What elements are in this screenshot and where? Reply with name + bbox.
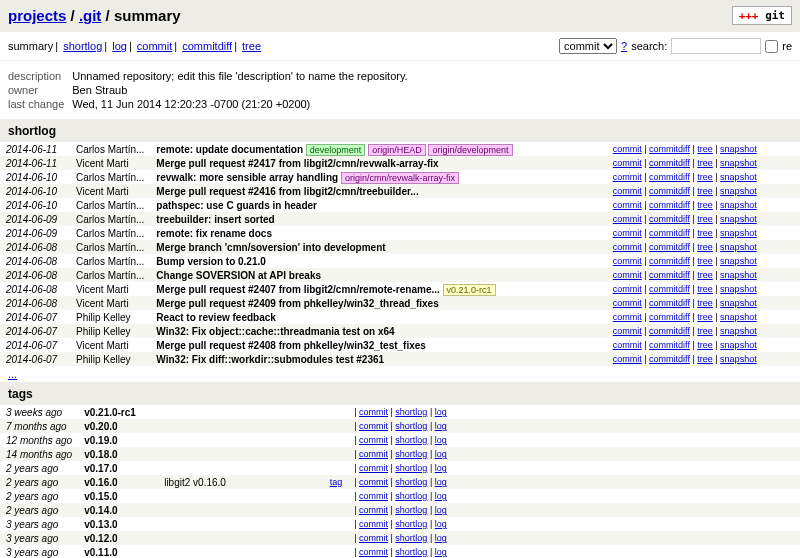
log-link[interactable]: log: [435, 547, 447, 557]
commit-subject[interactable]: Merge pull request #2409 from phkelley/w…: [150, 296, 606, 310]
commit-link[interactable]: commit: [613, 172, 642, 182]
snapshot-link[interactable]: snapshot: [720, 312, 757, 322]
commit-link[interactable]: commit: [613, 242, 642, 252]
snapshot-link[interactable]: snapshot: [720, 354, 757, 364]
nav-log[interactable]: log: [112, 40, 127, 52]
commit-subject[interactable]: Win32: Fix object::cache::threadmania te…: [150, 324, 606, 338]
commit-link[interactable]: commit: [613, 326, 642, 336]
tag-name[interactable]: v0.14.0: [78, 503, 158, 517]
tag-name[interactable]: v0.19.0: [78, 433, 158, 447]
snapshot-link[interactable]: snapshot: [720, 270, 757, 280]
tree-link[interactable]: tree: [697, 144, 713, 154]
ref-badge[interactable]: v0.21.0-rc1: [443, 284, 496, 296]
commitdiff-link[interactable]: commitdiff: [649, 200, 690, 210]
shortlog-link[interactable]: shortlog: [395, 519, 427, 529]
search-type-select[interactable]: commit: [559, 38, 617, 54]
ref-badge[interactable]: origin/development: [428, 144, 512, 156]
tree-link[interactable]: tree: [697, 186, 713, 196]
commit-subject[interactable]: pathspec: use C guards in header: [150, 198, 606, 212]
log-link[interactable]: log: [435, 407, 447, 417]
commit-subject[interactable]: Merge pull request #2417 from libgit2/cm…: [150, 156, 606, 170]
commit-link[interactable]: commit: [613, 312, 642, 322]
log-link[interactable]: log: [435, 421, 447, 431]
tree-link[interactable]: tree: [697, 256, 713, 266]
tag-name[interactable]: v0.21.0-rc1: [78, 405, 158, 419]
repo-link[interactable]: .git: [79, 7, 102, 24]
snapshot-link[interactable]: snapshot: [720, 242, 757, 252]
tree-link[interactable]: tree: [697, 312, 713, 322]
commit-link[interactable]: commit: [359, 519, 388, 529]
snapshot-link[interactable]: snapshot: [720, 326, 757, 336]
tree-link[interactable]: tree: [697, 214, 713, 224]
snapshot-link[interactable]: snapshot: [720, 256, 757, 266]
shortlog-link[interactable]: shortlog: [395, 491, 427, 501]
shortlog-more[interactable]: ...: [0, 366, 800, 382]
snapshot-link[interactable]: snapshot: [720, 284, 757, 294]
search-re-checkbox[interactable]: [765, 40, 778, 53]
commit-link[interactable]: commit: [613, 158, 642, 168]
commitdiff-link[interactable]: commitdiff: [649, 326, 690, 336]
tree-link[interactable]: tree: [697, 228, 713, 238]
log-link[interactable]: log: [435, 463, 447, 473]
commitdiff-link[interactable]: commitdiff: [649, 228, 690, 238]
tree-link[interactable]: tree: [697, 172, 713, 182]
commit-link[interactable]: commit: [359, 547, 388, 557]
shortlog-link[interactable]: shortlog: [395, 463, 427, 473]
log-link[interactable]: log: [435, 519, 447, 529]
commit-subject[interactable]: remote: fix rename docs: [150, 226, 606, 240]
tag-link[interactable]: tag: [330, 477, 343, 487]
commit-subject[interactable]: Merge branch 'cmn/soversion' into develo…: [150, 240, 606, 254]
commitdiff-link[interactable]: commitdiff: [649, 298, 690, 308]
shortlog-link[interactable]: shortlog: [395, 533, 427, 543]
commitdiff-link[interactable]: commitdiff: [649, 186, 690, 196]
commit-subject[interactable]: Merge pull request #2407 from libgit2/cm…: [150, 282, 606, 296]
commit-subject[interactable]: revwalk: more sensible array handling or…: [150, 170, 606, 184]
commit-link[interactable]: commit: [359, 477, 388, 487]
commit-link[interactable]: commit: [613, 228, 642, 238]
tag-name[interactable]: v0.20.0: [78, 419, 158, 433]
snapshot-link[interactable]: snapshot: [720, 340, 757, 350]
log-link[interactable]: log: [435, 477, 447, 487]
nav-commitdiff[interactable]: commitdiff: [182, 40, 232, 52]
commit-subject[interactable]: Win32: Fix diff::workdir::submodules tes…: [150, 352, 606, 366]
nav-commit[interactable]: commit: [137, 40, 172, 52]
tag-name[interactable]: v0.17.0: [78, 461, 158, 475]
snapshot-link[interactable]: snapshot: [720, 144, 757, 154]
commit-link[interactable]: commit: [613, 214, 642, 224]
tree-link[interactable]: tree: [697, 284, 713, 294]
commitdiff-link[interactable]: commitdiff: [649, 256, 690, 266]
commitdiff-link[interactable]: commitdiff: [649, 242, 690, 252]
tree-link[interactable]: tree: [697, 270, 713, 280]
tree-link[interactable]: tree: [697, 340, 713, 350]
commitdiff-link[interactable]: commitdiff: [649, 340, 690, 350]
commit-subject[interactable]: treebuilder: insert sorted: [150, 212, 606, 226]
tree-link[interactable]: tree: [697, 298, 713, 308]
snapshot-link[interactable]: snapshot: [720, 200, 757, 210]
commit-link[interactable]: commit: [359, 463, 388, 473]
search-input[interactable]: [671, 38, 761, 54]
commit-link[interactable]: commit: [359, 505, 388, 515]
commit-subject[interactable]: Merge pull request #2416 from libgit2/cm…: [150, 184, 606, 198]
tag-name[interactable]: v0.12.0: [78, 531, 158, 545]
commitdiff-link[interactable]: commitdiff: [649, 158, 690, 168]
tree-link[interactable]: tree: [697, 326, 713, 336]
commit-link[interactable]: commit: [613, 186, 642, 196]
commit-link[interactable]: commit: [359, 407, 388, 417]
commitdiff-link[interactable]: commitdiff: [649, 270, 690, 280]
commit-subject[interactable]: React to review feedback: [150, 310, 606, 324]
commit-link[interactable]: commit: [613, 270, 642, 280]
commitdiff-link[interactable]: commitdiff: [649, 214, 690, 224]
commitdiff-link[interactable]: commitdiff: [649, 172, 690, 182]
commit-link[interactable]: commit: [613, 354, 642, 364]
shortlog-link[interactable]: shortlog: [395, 435, 427, 445]
shortlog-link[interactable]: shortlog: [395, 547, 427, 557]
search-help-link[interactable]: ?: [621, 40, 627, 52]
tree-link[interactable]: tree: [697, 354, 713, 364]
projects-link[interactable]: projects: [8, 7, 66, 24]
snapshot-link[interactable]: snapshot: [720, 172, 757, 182]
shortlog-link[interactable]: shortlog: [395, 505, 427, 515]
git-logo[interactable]: +++ git: [732, 6, 792, 25]
tag-name[interactable]: v0.11.0: [78, 545, 158, 558]
commit-link[interactable]: commit: [613, 284, 642, 294]
commit-link[interactable]: commit: [613, 144, 642, 154]
